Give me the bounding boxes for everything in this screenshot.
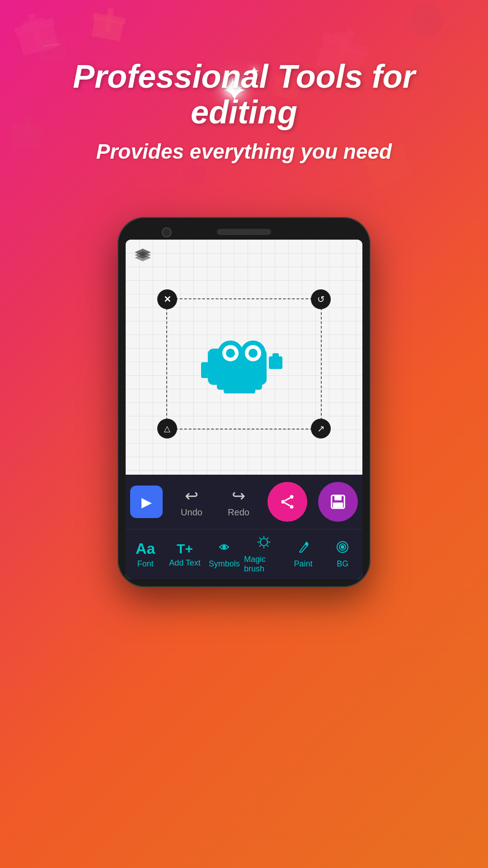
main-title: Professional Tools for editing (27, 59, 461, 130)
svg-point-53 (260, 538, 267, 546)
phone-notch (126, 225, 362, 240)
symbols-label: Symbols (209, 559, 240, 569)
undo-icon: ↩ (185, 486, 198, 505)
redo-label: Redo (228, 507, 249, 518)
svg-point-64 (341, 546, 344, 548)
redo-button[interactable]: ↪ Redo (221, 486, 257, 518)
phone-outer: ✕ ↺ △ ↗ (117, 217, 371, 587)
tab-symbols[interactable]: Symbols (205, 540, 244, 569)
add-text-icon: T+ (177, 541, 193, 557)
tab-paint[interactable]: Paint (283, 540, 323, 569)
svg-point-38 (249, 349, 258, 358)
phone-camera (162, 227, 172, 237)
subtitle: Provides everything you need (27, 139, 461, 164)
share-button[interactable] (267, 482, 307, 522)
font-icon: Aa (136, 540, 155, 557)
delete-handle[interactable]: ✕ (157, 289, 177, 309)
svg-rect-39 (201, 362, 210, 378)
scale-handle[interactable]: ↗ (311, 419, 331, 439)
phone-mockup: ✕ ↺ △ ↗ (117, 217, 371, 587)
svg-rect-51 (333, 503, 343, 508)
camera-icon (199, 324, 289, 398)
svg-point-45 (282, 500, 285, 504)
canvas-area[interactable]: ✕ ↺ △ ↗ (126, 240, 362, 475)
svg-line-48 (285, 498, 290, 500)
header-content: Professional Tools for editing Provides … (0, 59, 488, 164)
lock-icon: ▶ (141, 494, 152, 510)
svg-point-52 (223, 546, 225, 548)
undo-button[interactable]: ↩ Undo (174, 486, 210, 518)
undo-label: Undo (181, 507, 202, 518)
tab-add-text[interactable]: T+ Add Text (165, 541, 204, 568)
font-label: Font (137, 559, 154, 569)
tab-font[interactable]: Aa Font (126, 540, 165, 569)
bg-icon (336, 540, 349, 557)
tab-magic-brush[interactable]: Magic brush (244, 535, 283, 574)
save-icon (329, 493, 347, 510)
redo-icon: ↪ (232, 486, 245, 505)
svg-line-47 (285, 503, 290, 505)
paint-icon (296, 540, 310, 557)
symbols-icon (217, 540, 231, 557)
layers-icon[interactable] (133, 247, 153, 265)
svg-point-46 (290, 505, 294, 509)
lock-button[interactable]: ▶ (130, 486, 163, 518)
magic-brush-icon (257, 535, 271, 553)
svg-point-35 (226, 349, 235, 358)
magic-brush-label: Magic brush (244, 555, 283, 574)
add-text-label: Add Text (169, 558, 201, 568)
tab-bg[interactable]: BG (323, 540, 362, 569)
svg-rect-50 (334, 495, 342, 500)
phone-speaker (217, 229, 271, 235)
flip-handle[interactable]: △ (157, 419, 177, 439)
bottom-toolbar: ▶ ↩ Undo ↪ Redo (126, 475, 362, 529)
svg-rect-43 (224, 388, 255, 393)
svg-point-44 (290, 495, 294, 499)
save-button[interactable] (318, 482, 358, 522)
svg-rect-41 (272, 353, 279, 359)
rotate-handle[interactable]: ↺ (311, 289, 331, 309)
bottom-nav: Aa Font T+ Add Text Symbols (126, 529, 362, 579)
share-icon (279, 493, 296, 510)
paint-label: Paint (294, 559, 312, 569)
bg-label: BG (337, 559, 348, 569)
svg-line-58 (259, 538, 261, 539)
svg-line-60 (267, 538, 268, 539)
svg-line-61 (259, 545, 261, 547)
phone-screen: ✕ ↺ △ ↗ (126, 240, 362, 579)
svg-line-59 (267, 545, 268, 547)
